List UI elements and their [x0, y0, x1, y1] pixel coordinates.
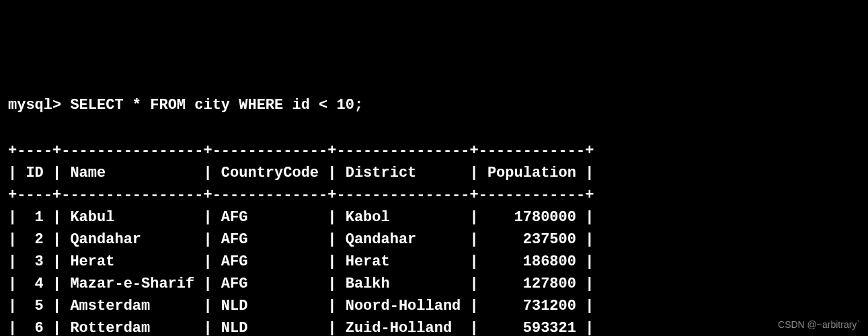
mysql-prompt: mysql>	[8, 97, 70, 114]
query-line: mysql> SELECT * FROM city WHERE id < 10;	[8, 94, 860, 116]
watermark: CSDN @~arbitrary`	[778, 318, 860, 332]
sql-query: SELECT * FROM city WHERE id < 10;	[70, 97, 363, 114]
table-output: +----+----------------+-------------+---…	[8, 140, 860, 336]
